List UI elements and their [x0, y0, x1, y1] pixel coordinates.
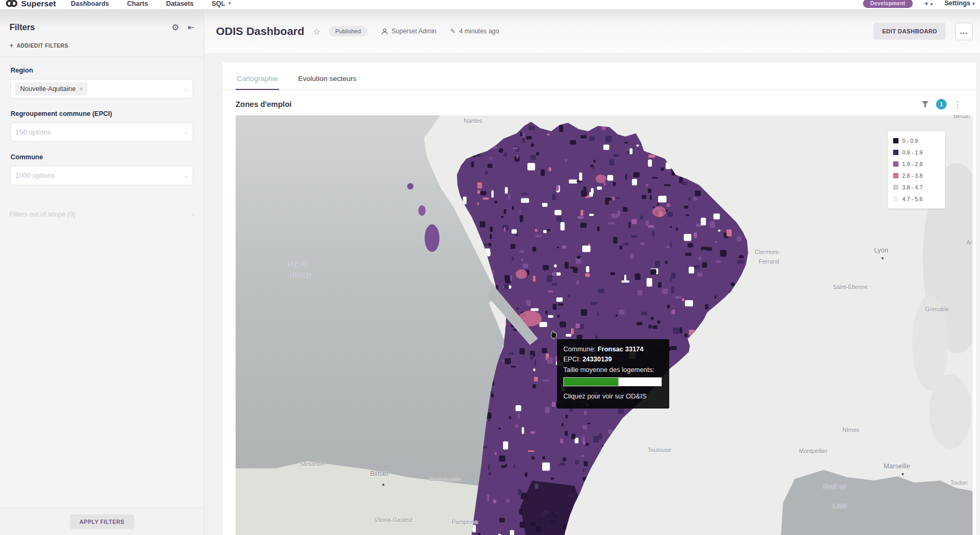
legend-label: 3.8 - 4.7 [902, 184, 923, 191]
settings-menu[interactable]: Settings ▾ [945, 0, 975, 7]
chart-kebab-menu-icon[interactable]: ⋮ [954, 101, 961, 108]
legend-swatch [893, 150, 898, 155]
filter-group-region: Region Nouvelle-Aquitaine × ⌄ [11, 67, 193, 98]
sql-caret-icon: ▾ [228, 1, 231, 6]
chart-title: Zones d'emploi [236, 100, 921, 108]
map-tooltip: Commune: Fronsac 33174 EPCI: 24330139 Ta… [557, 339, 669, 409]
filter-funnel-icon[interactable] [921, 101, 929, 108]
legend-label: 2.8 - 3.8 [902, 173, 923, 179]
legend-label: 4.7 - 5.6 [902, 196, 923, 202]
city-dot [382, 484, 384, 486]
settings-caret-icon: ▾ [972, 1, 975, 6]
chevron-down-icon: ⌄ [184, 130, 188, 135]
tooltip-commune-row: Commune: Fronsac 33174 [563, 344, 663, 355]
tab-cartographie[interactable]: Cartographie [236, 67, 279, 89]
owner-info: Superset Admin [381, 28, 437, 35]
legend-swatch [893, 173, 898, 178]
chart-card: Cartographie Evolution secteurs Zones d'… [222, 62, 976, 535]
legend-swatch [893, 161, 898, 167]
epci-select[interactable]: 156 options ⌄ [11, 122, 193, 142]
brand-name: Superset [21, 0, 56, 8]
city-dot [902, 473, 904, 475]
filter-group-epci: Regroupement commune (EPCI) 156 options … [11, 110, 193, 142]
legend-swatch [893, 196, 898, 202]
dashboard-title: ODIS Dashboard [216, 25, 304, 38]
legend-item: 0 - 0.9 [893, 138, 940, 144]
legend-label: 1.9 - 2.8 [902, 161, 923, 167]
pencil-icon: ✎ [450, 28, 455, 35]
dashboard-body: Cartographie Evolution secteurs Zones d'… [204, 53, 980, 535]
chevron-right-icon: › [192, 211, 194, 218]
dashboard-header: ODIS Dashboard ☆ Published Superset Admi… [204, 10, 980, 53]
region-select[interactable]: Nouvelle-Aquitaine × ⌄ [11, 79, 193, 98]
published-badge: Published [329, 26, 367, 37]
favorite-star-icon[interactable]: ☆ [313, 26, 320, 37]
chevron-down-icon: ⌄ [184, 173, 188, 178]
filter-group-commune: Commune 1000 options ⌄ [11, 153, 193, 185]
chevron-down-icon: ⌄ [184, 86, 188, 92]
superset-logo-icon [5, 0, 18, 7]
applied-filters-badge[interactable]: 1 [936, 99, 947, 110]
filter-label: Region [11, 67, 193, 74]
filter-label: Regroupement commune (EPCI) [11, 110, 193, 117]
nav-item-sql[interactable]: SQL [212, 0, 226, 7]
map-base-layer [236, 115, 973, 535]
city-dot [882, 257, 884, 259]
person-icon [381, 28, 388, 35]
nav-item-charts[interactable]: Charts [127, 0, 148, 7]
plus-icon: + [10, 42, 13, 49]
new-item-button[interactable]: + ▾ [924, 0, 933, 7]
plus-caret-icon: ▾ [930, 2, 933, 7]
filter-label: Commune [11, 153, 193, 161]
apply-filters-button[interactable]: APPLY FILTERS [70, 514, 134, 529]
legend-label: 0.9 - 1.9 [902, 149, 923, 156]
last-modified-info: ✎ 4 minutes ago [450, 28, 499, 35]
dashboard-tabs: Cartographie Evolution secteurs [222, 62, 976, 90]
nav-item-datasets[interactable]: Datasets [166, 0, 194, 7]
edit-dashboard-button[interactable]: EDIT DASHBOARD [874, 23, 946, 40]
gear-icon[interactable]: ⚙ [172, 22, 179, 32]
collapse-panel-icon[interactable]: ⇤ [187, 23, 194, 32]
top-navbar: Superset DashboardsChartsDatasetsSQL ▾ D… [0, 0, 980, 10]
choropleth-map[interactable]: 0 - 0.90.9 - 1.91.9 - 2.82.8 - 3.83.8 - … [236, 115, 973, 535]
legend-label: 0 - 0.9 [902, 138, 918, 144]
legend-swatch [893, 138, 898, 143]
dashboard-more-menu-button[interactable]: ... [955, 23, 973, 40]
tooltip-metric-label: Taille moyenne des logements: [563, 365, 663, 375]
legend-swatch [893, 185, 898, 190]
page-content: Filters ⚙ ⇤ + ADD/EDIT FILTERS Region No… [0, 10, 980, 535]
filters-sidebar: Filters ⚙ ⇤ + ADD/EDIT FILTERS Region No… [0, 10, 204, 535]
tooltip-epci-row: EPCI: 24330139 [563, 355, 663, 365]
tooltip-cta: Cliquez pour voir sur OD&IS [563, 392, 663, 402]
commune-select[interactable]: 1000 options ⌄ [11, 166, 193, 185]
add-edit-filters-button[interactable]: + ADD/EDIT FILTERS [0, 38, 204, 57]
main-area: ODIS Dashboard ☆ Published Superset Admi… [204, 10, 980, 535]
legend-item: 3.8 - 4.7 [893, 184, 940, 191]
filters-out-of-scope-row[interactable]: Filters out of scope (0) › [0, 197, 204, 232]
filters-title: Filters [10, 23, 172, 32]
legend-item: 2.8 - 3.8 [893, 173, 940, 179]
hand-cursor-icon [549, 329, 559, 340]
tab-evolution-secteurs[interactable]: Evolution secteurs [297, 67, 357, 89]
chip-remove-icon[interactable]: × [79, 86, 83, 92]
map-legend: 0 - 0.90.9 - 1.91.9 - 2.82.8 - 3.83.8 - … [888, 131, 945, 208]
nav-item-dashboards[interactable]: Dashboards [71, 0, 109, 7]
environment-badge: Development [863, 0, 913, 8]
legend-item: 4.7 - 5.6 [893, 196, 940, 202]
superset-brand[interactable]: Superset [5, 0, 56, 8]
legend-item: 1.9 - 2.8 [893, 161, 940, 167]
region-chip[interactable]: Nouvelle-Aquitaine × [15, 83, 87, 95]
tooltip-progress-bar [563, 377, 662, 386]
legend-item: 0.9 - 1.9 [893, 149, 940, 156]
